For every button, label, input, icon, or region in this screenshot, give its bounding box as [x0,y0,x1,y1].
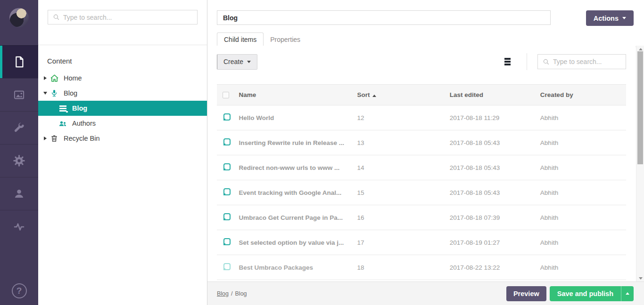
select-all-checkbox[interactable] [223,92,229,98]
user-icon [13,187,25,200]
save-and-publish-button[interactable]: Save and publish [550,286,621,301]
tab-properties[interactable]: Properties [264,33,307,47]
rail-item-users[interactable] [0,177,38,210]
breadcrumb-parent-link[interactable]: Blog [217,290,229,297]
item-name-link[interactable]: Inserting Rewrite rule in Release ... [239,130,357,155]
item-name-link[interactable]: Hello World [239,105,357,130]
expand-caret-icon[interactable] [42,136,49,140]
tree-item-blog[interactable]: Blog [38,86,207,101]
preview-button[interactable]: Preview [506,286,546,301]
gear-icon [13,154,25,167]
item-sort: 17 [357,230,449,255]
create-label: Create [223,58,243,65]
expand-caret-icon[interactable] [42,76,49,80]
list-layout-icon[interactable] [501,55,514,68]
tree-item-home[interactable]: Home [38,71,207,86]
list-search-input[interactable] [553,58,636,65]
tree-item-authors[interactable]: Authors [38,116,207,131]
item-name-link[interactable]: Best Umbraco Packages [239,255,357,280]
item-sort: 15 [357,180,449,205]
rail-item-developer[interactable] [0,144,38,177]
rail-item-media[interactable] [0,78,38,111]
tree-search-box [48,10,198,24]
document-icon [13,56,25,68]
column-header-sort[interactable]: Sort [357,85,449,105]
rail-item-content[interactable] [0,45,38,78]
wrench-icon [13,121,25,134]
item-name-link[interactable]: Redirect non-www urls to www ... [239,155,357,180]
help-icon[interactable]: ? [12,283,27,298]
tree-item-recycle-bin[interactable]: Recycle Bin [38,131,207,146]
rail-item-activity[interactable] [0,210,38,243]
item-created-by: Abhith [540,180,626,205]
table-row[interactable]: Hello World 12 2017-08-18 11:29 Abhith [217,105,626,130]
item-created-by: Abhith [540,230,626,255]
save-options-toggle[interactable] [621,286,634,301]
item-name-link[interactable]: Umbraco Get Current Page in Pa... [239,205,357,230]
item-sort: 18 [357,255,449,280]
item-last-edited: 2017-08-18 05:43 [450,130,540,155]
item-name-link[interactable]: Set selected option by value via j... [239,230,357,255]
item-last-edited: 2017-08-22 13:22 [450,255,540,280]
scrollbar-thumb[interactable] [637,51,643,164]
item-created-by: Abhith [540,105,626,130]
breadcrumb: Blog / Blog [217,290,247,297]
tree-search-input[interactable] [63,14,192,21]
document-type-icon [223,263,231,270]
home-icon [50,73,59,83]
user-avatar[interactable] [9,8,29,27]
table-row[interactable]: Redirect non-www urls to www ... 14 2017… [217,155,626,180]
save-split-button: Save and publish [550,286,634,301]
navigation-panel: Content Home Blog Blog [38,0,207,305]
column-header-name[interactable]: Name [239,85,357,105]
tree-item-blog-child-selected[interactable]: Blog [38,101,207,116]
collapse-caret-icon[interactable] [42,92,49,95]
trash-icon [50,134,59,143]
table-row[interactable]: Set selected option by value via j... 17… [217,230,626,255]
content-name-input[interactable] [217,10,551,25]
scroll-down-icon[interactable] [636,275,644,281]
document-type-icon [223,113,231,120]
breadcrumb-current: Blog [235,290,247,297]
rail-item-settings[interactable] [0,111,38,144]
table-row[interactable]: Umbraco Get Current Page in Pa... 16 201… [217,205,626,230]
tree-item-label: Recycle Bin [64,135,100,142]
item-created-by: Abhith [540,255,626,280]
breadcrumb-separator: / [231,290,232,297]
item-last-edited: 2017-08-19 01:27 [450,230,540,255]
toolbar-divider [527,53,527,70]
table-row[interactable]: Inserting Rewrite rule in Release ... 13… [217,130,626,155]
editor-footer: Blog / Blog Preview Save and publish [207,281,644,305]
child-items-table: Name Sort Last edited Created by Hello W… [217,84,626,280]
search-icon [53,14,60,21]
avatar-area [0,0,38,45]
column-header-last-edited[interactable]: Last edited [450,85,540,105]
item-created-by: Abhith [540,155,626,180]
vertical-scrollbar[interactable] [636,46,644,281]
item-sort: 12 [357,105,449,130]
actions-button[interactable]: Actions [586,10,634,26]
child-items-content: Create [207,46,636,281]
create-button[interactable]: Create [217,54,257,70]
column-header-created-by[interactable]: Created by [540,85,626,105]
tab-bar: Child items Properties [207,26,644,47]
article-icon [58,104,67,113]
sort-ascending-icon [372,95,376,97]
item-last-edited: 2017-08-18 07:39 [450,205,540,230]
item-name-link[interactable]: Event tracking with Google Anal... [239,180,357,205]
item-last-edited: 2017-08-18 05:43 [450,180,540,205]
tab-child-items[interactable]: Child items [217,32,264,47]
editor-panel: Actions Child items Properties Create [207,0,644,305]
item-sort: 13 [357,130,449,155]
tree-item-label: Home [64,74,82,82]
chevron-up-icon [626,292,629,295]
item-sort: 16 [357,205,449,230]
list-search-box [537,54,626,69]
tree-search-area [38,0,207,45]
table-row[interactable]: Event tracking with Google Anal... 15 20… [217,180,626,205]
table-row-unpublished[interactable]: Best Umbraco Packages 18 2017-08-22 13:2… [217,255,626,280]
pulse-icon [13,220,25,233]
microphone-icon [50,88,59,98]
app-rail: ? [0,0,38,305]
document-type-icon [223,238,231,245]
